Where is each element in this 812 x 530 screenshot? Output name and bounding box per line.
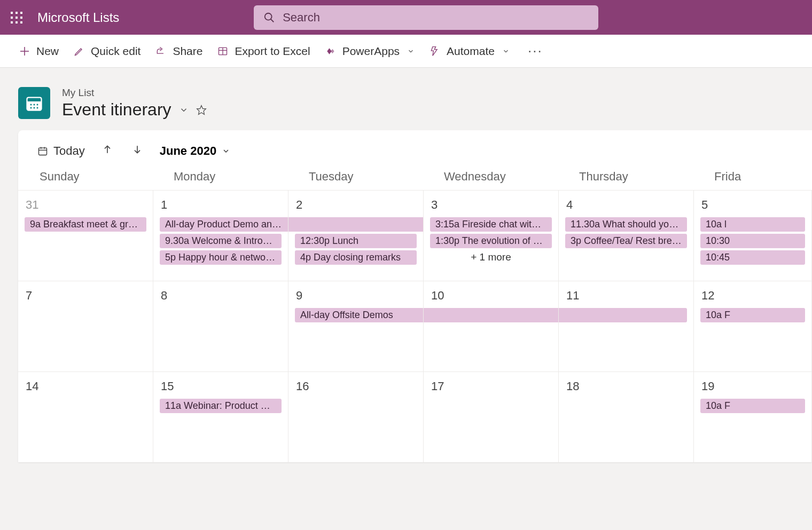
share-button[interactable]: Share (155, 45, 202, 58)
powerapps-button[interactable]: PowerApps (325, 45, 415, 58)
waffle-icon (11, 12, 22, 23)
app-launcher-button[interactable] (4, 5, 29, 30)
calendar-event[interactable]: 3p Coffee/Tea/ Rest break (565, 234, 687, 248)
calendar-event[interactable]: 10a F (700, 308, 805, 322)
day-number: 9 (292, 289, 420, 306)
calendar-day-cell[interactable]: 1All-day Product Demo and Fair9.30a Welc… (153, 191, 288, 281)
calendar-event[interactable]: 9a Breakfast meet & greet (25, 217, 146, 232)
arrow-up-icon (102, 144, 113, 155)
calendar-day-cell[interactable]: 1511a Webinar: Product Mana... (153, 372, 288, 462)
more-commands-button[interactable]: ··· (525, 43, 546, 59)
calendar-event[interactable]: 10:45 (700, 250, 805, 265)
calendar-event[interactable] (559, 308, 687, 322)
calendar-day-cell[interactable]: 7 (18, 281, 153, 371)
calendar-event[interactable]: 3:15a Fireside chat with Jason (430, 217, 552, 232)
svg-rect-8 (20, 21, 22, 23)
day-number: 4 (562, 198, 690, 215)
calendar-day-cell[interactable]: 1910a F (694, 372, 812, 462)
day-number: 31 (21, 198, 150, 215)
calendar-day-cell[interactable]: 33:15a Fireside chat with Jason1:30p The… (424, 191, 559, 281)
calendar-event[interactable]: 12:30p Lunch (295, 234, 417, 248)
automate-button[interactable]: Automate (430, 45, 510, 58)
new-label: New (36, 45, 59, 58)
automate-label: Automate (447, 45, 495, 58)
prev-month-button[interactable] (100, 142, 115, 160)
calendar-event[interactable]: 5p Happy hour & networking (160, 250, 282, 265)
svg-point-19 (30, 104, 32, 106)
day-number: 2 (292, 198, 420, 215)
svg-point-24 (37, 107, 38, 109)
calendar-event[interactable]: All-day Offsite Demos (295, 308, 424, 322)
day-number: 19 (697, 379, 808, 397)
calendar-day-header: Frida (694, 170, 812, 184)
chevron-down-icon[interactable] (179, 105, 189, 115)
svg-rect-0 (11, 12, 13, 14)
calendar-week-row: 789All-day Offsite Demos10 11 1210a F (18, 281, 812, 371)
svg-rect-2 (20, 12, 22, 14)
calendar-card: Today June 2020 SundayMondayTuesdayWedne… (18, 130, 812, 462)
day-number: 12 (697, 289, 808, 306)
export-button[interactable]: Export to Excel (217, 45, 310, 58)
more-events-link[interactable]: + 1 more (427, 250, 555, 263)
calendar-day-cell[interactable]: 14 (18, 372, 153, 462)
calendar-day-cell[interactable]: 510a l10:3010:45 (694, 191, 812, 281)
calendar-event[interactable]: 11a Webinar: Product Mana... (160, 399, 282, 413)
calendar-event[interactable]: All-day Product Demo and Fair (160, 217, 288, 232)
export-label: Export to Excel (235, 45, 310, 58)
search-box[interactable] (254, 5, 598, 30)
calendar-day-cell[interactable]: 11 (559, 281, 694, 371)
search-icon (263, 12, 275, 23)
today-button[interactable]: Today (37, 144, 85, 158)
svg-point-9 (265, 13, 272, 20)
quick-edit-label: Quick edit (91, 45, 140, 58)
calendar-day-cell[interactable]: 2 12:30p Lunch4p Day closing remarks (288, 191, 424, 281)
calendar-toolbar: Today June 2020 (18, 130, 812, 170)
powerapps-icon (325, 46, 336, 57)
calendar-day-cell[interactable]: 10 (424, 281, 559, 371)
calendar-day-cell[interactable]: 17 (424, 372, 559, 462)
calendar-event[interactable]: 10:30 (700, 234, 805, 248)
calendar-day-cell[interactable]: 18 (559, 372, 694, 462)
share-icon (155, 46, 166, 57)
app-title: Microsoft Lists (37, 10, 119, 25)
calendar-day-cell[interactable]: 16 (288, 372, 424, 462)
calendar-event[interactable]: 10a F (700, 399, 805, 413)
calendar-event[interactable] (288, 217, 424, 232)
svg-line-10 (271, 19, 274, 22)
calendar-day-cell[interactable]: 319a Breakfast meet & greet (18, 191, 153, 281)
calendar-day-cell[interactable]: 8 (153, 281, 288, 371)
svg-point-21 (37, 104, 38, 106)
month-picker[interactable]: June 2020 (160, 144, 230, 158)
quick-edit-button[interactable]: Quick edit (74, 45, 140, 58)
breadcrumb[interactable]: My List (62, 87, 207, 99)
calendar-day-cell[interactable]: 411.30a What should you bui...3p Coffee/… (559, 191, 694, 281)
star-icon[interactable] (196, 105, 207, 115)
command-bar: New Quick edit Share Export to Excel Pow… (0, 35, 812, 68)
calendar-day-cell[interactable]: 1210a F (694, 281, 812, 371)
day-number: 3 (427, 198, 555, 215)
calendar-day-cell[interactable]: 9All-day Offsite Demos (288, 281, 424, 371)
svg-rect-7 (15, 21, 18, 23)
calendar-event[interactable]: 11.30a What should you bui... (565, 217, 687, 232)
calendar-event[interactable]: 4p Day closing remarks (295, 250, 417, 265)
chevron-down-icon (502, 48, 510, 55)
next-month-button[interactable] (130, 142, 145, 160)
calendar-day-header: Wednesday (424, 170, 559, 184)
svg-rect-6 (11, 21, 13, 23)
day-number: 18 (562, 379, 690, 397)
svg-point-20 (34, 104, 35, 106)
calendar-event[interactable]: 1:30p The evolution of emoj... (430, 234, 552, 248)
calendar-today-icon (37, 146, 48, 156)
calendar-grid: SundayMondayTuesdayWednesdayThursdayFrid… (18, 170, 812, 462)
svg-rect-5 (20, 17, 22, 19)
calendar-event[interactable] (424, 308, 559, 322)
calendar-event[interactable]: 10a l (700, 217, 805, 232)
automate-icon (430, 46, 440, 57)
search-input[interactable] (283, 11, 589, 25)
calendar-event[interactable]: 9.30a Welcome & Introducti... (160, 234, 282, 248)
powerapps-label: PowerApps (342, 45, 400, 58)
svg-marker-25 (197, 105, 206, 114)
calendar-day-header: Sunday (18, 170, 153, 184)
new-button[interactable]: New (19, 45, 59, 58)
month-label-text: June 2020 (160, 144, 216, 158)
